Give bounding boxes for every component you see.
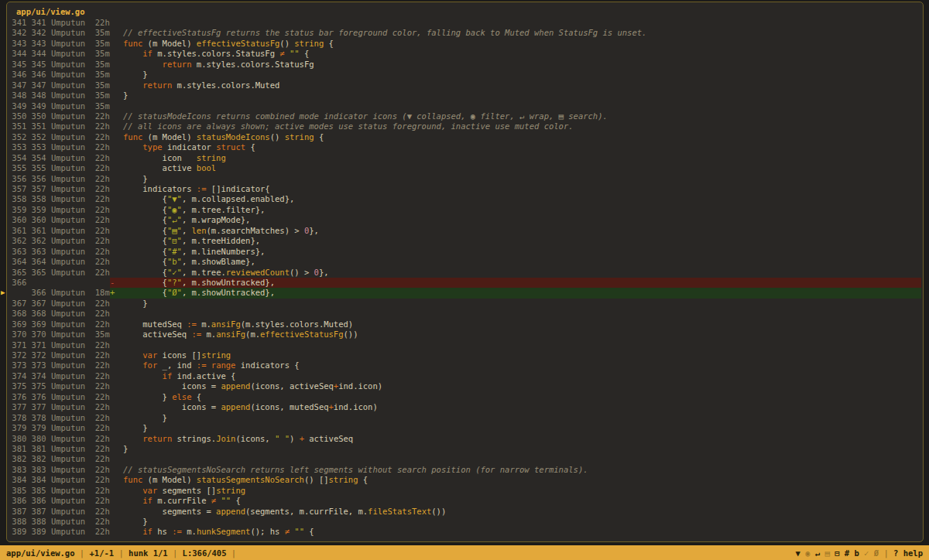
diff-marker — [110, 486, 116, 496]
blame-gutter: 381 381 Umputun 22h — [7, 444, 110, 454]
code-text: } — [123, 517, 148, 527]
diff-marker — [110, 319, 116, 330]
blame-gutter: 341 341 Umputun 22h — [7, 18, 110, 28]
code-row: 356 356 Umputun 22h } — [7, 174, 923, 184]
line-content: if hs := m.hunkSegment(); hs ≠ "" { — [110, 527, 921, 537]
line-content: + {"Ø", m.showUntracked}, — [110, 288, 921, 298]
diff-marker — [110, 340, 116, 350]
diff-marker — [110, 517, 116, 527]
code-row: 385 385 Umputun 22h var segments []strin… — [7, 486, 923, 496]
line-content: // all icons are always shown; active mo… — [110, 121, 921, 131]
code-lines[interactable]: 341 341 Umputun 22h 342 342 Umputun 35m … — [7, 18, 923, 538]
code-text: {"✓", m.tree.reviewedCount() > 0}, — [123, 268, 329, 278]
code-row: 371 371 Umputun 22h — [7, 340, 923, 350]
diff-marker — [110, 121, 116, 131]
line-content: func (m Model) statusSegmentsNoSearch() … — [110, 475, 921, 485]
diff-marker — [110, 257, 116, 267]
blame-gutter: 353 353 Umputun 22h — [7, 142, 110, 152]
statusbar-separator: | — [879, 548, 893, 558]
diff-marker — [110, 381, 116, 391]
diff-marker — [110, 215, 116, 225]
code-panel: app/ui/view.go 341 341 Umputun 22h 342 3… — [6, 2, 924, 542]
blame-gutter: 342 342 Umputun 35m — [7, 28, 110, 38]
blame-gutter: 367 367 Umputun 22h — [7, 299, 110, 309]
code-text: } — [123, 90, 128, 101]
code-row: ▶ 366 Umputun 18m+ {"Ø", m.showUntracked… — [7, 288, 923, 298]
blame-gutter: 387 387 Umputun 22h — [7, 507, 110, 517]
statusbar-filename: app/ui/view.go — [6, 548, 75, 558]
blame-gutter: 364 364 Umputun 22h — [7, 257, 110, 267]
code-row: 342 342 Umputun 35m // effectiveStatusFg… — [7, 28, 923, 38]
code-row: 389 389 Umputun 22h if hs := m.hunkSegme… — [7, 527, 923, 537]
filter-icon: ◉ — [800, 548, 811, 558]
blame-gutter: 362 362 Umputun 22h — [7, 236, 110, 246]
line-content — [110, 101, 921, 111]
code-row: 372 372 Umputun 22h var icons []string — [7, 350, 923, 360]
blame-gutter: 350 350 Umputun 22h — [7, 111, 110, 121]
diff-marker — [110, 371, 116, 381]
code-text: // all icons are always shown; active mo… — [123, 121, 574, 131]
diff-marker — [110, 142, 116, 152]
code-text: } else { — [123, 392, 201, 402]
diff-marker — [110, 90, 116, 101]
diff-marker — [110, 101, 116, 111]
code-text: {"▼", m.collapsed.enabled}, — [123, 194, 294, 204]
blame-gutter: 343 343 Umputun 35m — [7, 39, 110, 49]
blame-gutter: 368 368 Umputun 22h — [7, 309, 110, 319]
line-content: } — [110, 517, 921, 527]
line-content: // effectiveStatusFg returns the status … — [110, 28, 921, 38]
code-row: 355 355 Umputun 22h active bool — [7, 163, 923, 173]
code-text: return m.styles.colors.StatusFg — [123, 60, 314, 70]
diff-marker — [110, 350, 116, 360]
code-row: 354 354 Umputun 22h icon string — [7, 153, 923, 163]
code-row: 384 384 Umputun 22h func (m Model) statu… — [7, 475, 923, 485]
blame-gutter: 377 377 Umputun 22h — [7, 402, 110, 412]
diff-marker — [110, 18, 116, 28]
code-row: 382 382 Umputun 22h — [7, 454, 923, 464]
line-content: var segments []string — [110, 486, 921, 496]
blame-gutter: 375 375 Umputun 22h — [7, 381, 110, 391]
code-text: {"⊟", m.treeHidden}, — [123, 236, 260, 246]
code-row: 380 380 Umputun 22h return strings.Join(… — [7, 434, 923, 444]
blame-gutter: 355 355 Umputun 22h — [7, 163, 110, 173]
blame-gutter: 373 373 Umputun 22h — [7, 360, 110, 370]
diff-marker — [110, 226, 116, 236]
blame-gutter: 361 361 Umputun 22h — [7, 226, 110, 236]
code-text: {"◉", m.tree.filter}, — [123, 205, 265, 215]
help-button[interactable]: ? help — [893, 548, 923, 558]
line-content: {"⊟", m.treeHidden}, — [110, 236, 921, 246]
code-row: 381 381 Umputun 22h } — [7, 444, 923, 454]
code-text: for _, ind := range indicators { — [123, 360, 300, 370]
code-row: 387 387 Umputun 22h segments = append(se… — [7, 507, 923, 517]
code-row: 363 363 Umputun 22h {"#", m.lineNumbers}… — [7, 247, 923, 257]
blame-gutter: 365 365 Umputun 22h — [7, 268, 110, 278]
diff-marker — [110, 465, 116, 475]
untracked-icon: Ø — [869, 548, 879, 558]
diff-marker — [110, 496, 116, 506]
code-row: 383 383 Umputun 22h // statusSegmentsNoS… — [7, 465, 923, 475]
blame-gutter: 358 358 Umputun 22h — [7, 194, 110, 204]
line-content: {"↵", m.wrapMode}, — [110, 215, 921, 225]
code-row: 362 362 Umputun 22h {"⊟", m.treeHidden}, — [7, 236, 923, 246]
search-icon: ▤ — [820, 548, 830, 558]
line-content: } — [110, 70, 921, 80]
line-content: } — [110, 299, 921, 309]
code-text: var segments []string — [123, 486, 245, 496]
code-text: indicators := []indicator{ — [123, 184, 270, 194]
line-content: {"◉", m.tree.filter}, — [110, 205, 921, 215]
code-row: 360 360 Umputun 22h {"↵", m.wrapMode}, — [7, 215, 923, 225]
code-row: 344 344 Umputun 35m if m.styles.colors.S… — [7, 49, 923, 59]
blame-gutter: 378 378 Umputun 22h — [7, 413, 110, 423]
diff-marker — [110, 527, 116, 537]
code-row: 359 359 Umputun 22h {"◉", m.tree.filter}… — [7, 205, 923, 215]
diff-marker — [110, 132, 116, 142]
line-content: type indicator struct { — [110, 142, 921, 152]
line-content: func (m Model) effectiveStatusFg() strin… — [110, 39, 921, 49]
code-row: 357 357 Umputun 22h indicators := []indi… — [7, 184, 923, 194]
blame-gutter: 371 371 Umputun 22h — [7, 340, 110, 350]
blame-gutter: 386 386 Umputun 22h — [7, 496, 110, 506]
code-row: 345 345 Umputun 35m return m.styles.colo… — [7, 60, 923, 70]
diff-marker — [110, 299, 116, 309]
line-content: {"#", m.lineNumbers}, — [110, 247, 921, 257]
code-text: func (m Model) statusModeIcons() string … — [123, 132, 324, 142]
